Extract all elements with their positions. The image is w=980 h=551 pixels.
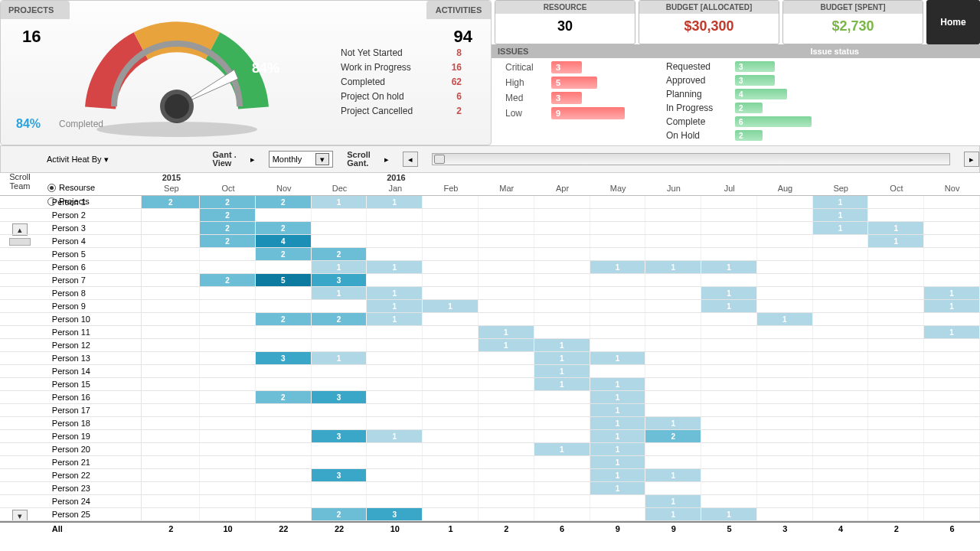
- gantt-view-label[interactable]: Gant . View: [213, 151, 237, 168]
- activities-count: 94: [454, 27, 472, 47]
- home-button[interactable]: Home: [926, 0, 980, 44]
- percent-completed: 84%: [16, 117, 41, 131]
- grid-row: Person 522: [0, 248, 980, 261]
- grid-row: Person 252311: [0, 508, 980, 521]
- budget-spent-card: BUDGET [SPENT] $2,730: [782, 0, 923, 44]
- completed-label: Completed: [59, 119, 103, 129]
- budget-allocated-card: BUDGET [ALLOCATED] $30,300: [639, 0, 779, 44]
- chevron-down-icon: ▾: [315, 153, 329, 165]
- scroll-gantt-label: Scroll Gant.: [347, 151, 371, 168]
- heat-grid: 2015 2016 SepOctNovDecJanFebMarAprMayJun…: [0, 173, 980, 535]
- grid-row: Person 1211: [0, 339, 980, 352]
- grid-row: Person 221: [0, 209, 980, 222]
- gauge-percent: 84%: [252, 60, 279, 77]
- projects-panel: PROJECTS ACTIVITIES 16 94 84% 84% Comple…: [0, 0, 492, 145]
- issue-status-chart: Requested3Approved3Planning4In Progress2…: [660, 60, 980, 145]
- projects-count: 16: [22, 27, 41, 47]
- grid-row: Person 133111: [0, 352, 980, 365]
- grid-row: Person 231: [0, 482, 980, 495]
- grid-row: Person 141: [0, 365, 980, 378]
- grid-row: Person 16231: [0, 391, 980, 404]
- grid-row: Person 91111: [0, 300, 980, 313]
- grid-row: Person 171: [0, 404, 980, 417]
- grid-row: Person 193112: [0, 430, 980, 443]
- grid-row: Person 7253: [0, 274, 980, 287]
- grid-row: Person 611111: [0, 261, 980, 274]
- tab-projects[interactable]: PROJECTS: [1, 1, 70, 19]
- grid-row: Person 1811: [0, 417, 980, 430]
- grid-row: Person 211: [0, 456, 980, 469]
- issues-header: ISSUES Issue status: [492, 44, 980, 58]
- grid-row: Person 102211: [0, 313, 980, 326]
- chevron-right-icon: ▸: [250, 155, 255, 165]
- grid-row: Person 4241: [0, 235, 980, 248]
- grid-row: Person 32211: [0, 222, 980, 235]
- tab-activities[interactable]: ACTIVITIES: [426, 1, 491, 19]
- grid-row: Person 241: [0, 495, 980, 508]
- grid-row: Person 2011: [0, 443, 980, 456]
- heat-by-dropdown[interactable]: Activit Heat By ▾: [47, 155, 109, 165]
- scroll-gantt-left[interactable]: ◂: [403, 152, 418, 167]
- period-select[interactable]: Monthly ▾: [269, 151, 334, 168]
- resource-card: RESOURCE 30: [495, 0, 635, 44]
- scroll-gantt-right[interactable]: ▸: [964, 152, 979, 167]
- radio-projects[interactable]: Projects: [47, 194, 95, 208]
- grid-row: Person 81111: [0, 287, 980, 300]
- scroll-gantt-track[interactable]: [432, 153, 950, 165]
- grid-row: Person 22311: [0, 469, 980, 482]
- grid-row: Person 1511: [0, 378, 980, 391]
- chevron-right-icon: ▸: [384, 155, 389, 165]
- issue-severity-chart: Critical3High5Med3Low9: [492, 60, 660, 145]
- chevron-down-icon: ▾: [104, 155, 109, 165]
- grid-row: Person 1222111: [0, 196, 980, 209]
- svg-point-1: [165, 94, 189, 119]
- radio-resource[interactable]: Resourse: [47, 181, 95, 194]
- grid-row: Person 1111: [0, 326, 980, 339]
- svg-point-2: [96, 122, 257, 137]
- totals-row: All2102222101269953426: [0, 521, 980, 535]
- project-status-list: Not Yet Started8Work in Progress16Comple…: [341, 45, 462, 118]
- gantt-toolbar: Activit Heat By ▾ Gant . View ▸ Monthly …: [0, 145, 980, 173]
